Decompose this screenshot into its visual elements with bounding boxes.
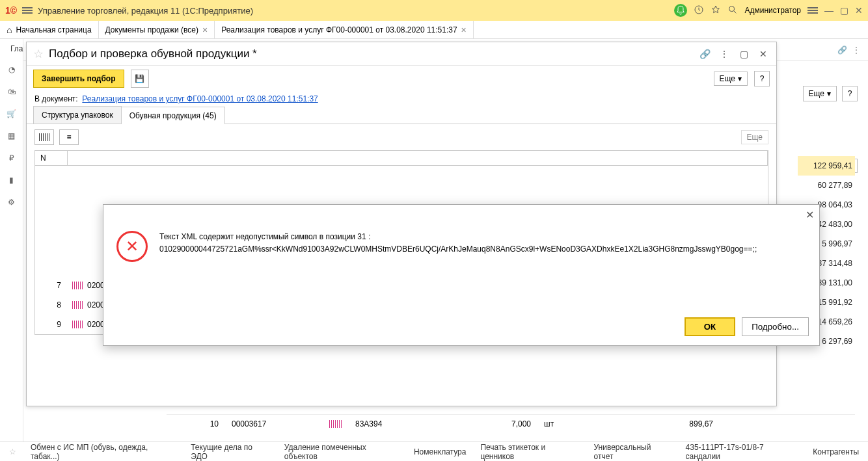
close-icon[interactable]: × (461, 25, 467, 35)
window-title: Подбор и проверка обувной продукции * (49, 47, 693, 60)
cell-price: 899,67 (576, 419, 720, 428)
barcode-button[interactable] (34, 129, 54, 145)
footer-link[interactable]: Номенклатура (414, 447, 467, 456)
maximize-icon[interactable]: ▢ (737, 47, 750, 60)
col-n[interactable]: N (35, 151, 68, 165)
amount-cell: 60 277,89 (798, 176, 855, 195)
doc-link[interactable]: Реализация товаров и услуг ФГ00-000001 о… (82, 94, 318, 103)
barcode-icon (68, 321, 87, 328)
minimize-icon[interactable]: — (824, 5, 834, 16)
tab-row: ⌂ Начальная страница Документы продажи (… (0, 21, 868, 39)
ok-button[interactable]: ОК (685, 317, 736, 336)
footer-link[interactable]: Универсальный отчет (594, 443, 671, 461)
history-icon[interactable] (694, 5, 704, 17)
details-button[interactable]: Подробно... (742, 317, 809, 336)
footer-link[interactable]: Текущие дела по ЭДО (191, 443, 270, 461)
favorite-icon[interactable]: ☆ (33, 47, 44, 61)
app-title: Управление торговлей, редакция 11 (1С:Пр… (38, 6, 669, 16)
search-icon[interactable] (727, 5, 738, 17)
maximize-icon[interactable]: ▢ (840, 5, 848, 16)
cell-unit: шт (537, 419, 576, 428)
chevron-down-icon: ▾ (738, 74, 742, 83)
home-icon: ⌂ (7, 25, 12, 35)
link-icon[interactable]: 🔗 (698, 47, 711, 60)
grid-header: N (34, 150, 768, 166)
bars-icon[interactable]: ▮ (6, 174, 18, 186)
footer-links: ☆ Обмен с ИС МП (обувь, одежда, табак...… (0, 441, 868, 461)
cart-icon[interactable]: 🛒 (6, 108, 18, 120)
barcode-icon (68, 301, 87, 309)
subtab-shoes[interactable]: Обувная продукция (45) (121, 107, 225, 124)
more-button-inner[interactable]: Еще ▾ (714, 72, 748, 86)
doc-label: В документ: (34, 94, 78, 103)
help-button-inner[interactable]: ? (754, 71, 770, 86)
tab-label: Реализация товаров и услуг ФГ00-000001 о… (221, 25, 457, 34)
cell-n: 9 (35, 320, 68, 329)
col-rest (68, 151, 768, 165)
footer-link[interactable]: 435-111РТ-17s-01/8-7 сандалии (686, 443, 799, 461)
subtab-packing[interactable]: Структура упаковок (33, 106, 122, 124)
svg-point-1 (729, 6, 735, 11)
footer-link[interactable]: Контрагенты (813, 447, 859, 456)
settings-icon[interactable] (807, 6, 818, 15)
footer-link[interactable]: Удаление помеченных объектов (284, 443, 400, 461)
more-icon[interactable]: ⋮ (718, 47, 731, 60)
close-icon[interactable]: × (202, 25, 208, 35)
user-label[interactable]: Администратор (744, 6, 801, 15)
error-icon: ✕ (116, 231, 148, 262)
list-button[interactable]: ≡ (59, 129, 79, 145)
amount-cell: 122 959,41 (798, 156, 855, 176)
tab-label: Документы продажи (все) (105, 25, 198, 34)
tab-realization[interactable]: Реализация товаров и услуг ФГ00-000001 о… (215, 21, 474, 38)
link-icon[interactable]: 🔗 (837, 46, 847, 55)
error-line2: 010290000044725721aGM%ssr<KkWNd91003A92w… (159, 243, 757, 256)
footer-link[interactable]: Печать этикеток и ценников (480, 443, 579, 461)
footer-link[interactable]: Обмен с ИС МП (обувь, одежда, табак...) (31, 443, 176, 461)
help-button[interactable]: ? (842, 86, 858, 101)
error-text: Текст XML содержит недопустимый символ в… (159, 231, 757, 262)
chart-icon[interactable]: ◔ (6, 64, 18, 75)
more-icon[interactable]: ⋮ (852, 46, 860, 55)
cell-art: 83A394 (342, 419, 459, 428)
cell-n: 10 (167, 419, 225, 428)
logo-1c: 1© (5, 5, 17, 16)
bell-icon[interactable] (674, 4, 687, 17)
gear-icon[interactable]: ⚙ (6, 196, 18, 208)
close-icon[interactable]: ✕ (855, 5, 863, 16)
warehouse-icon[interactable]: ▦ (6, 130, 18, 142)
error-dialog: ✕ ✕ Текст XML содержит недопустимый симв… (103, 204, 820, 346)
ruble-icon[interactable]: ₽ (6, 152, 18, 164)
sidebar: Главное ◔ 🛍 🛒 ▦ ₽ ▮ ⚙ (0, 39, 23, 441)
more-button[interactable]: Еще ▾ (803, 86, 837, 101)
star-icon[interactable] (711, 5, 721, 17)
tab-label: Начальная страница (16, 25, 91, 34)
finish-picking-button[interactable]: Завершить подбор (33, 70, 124, 88)
close-icon[interactable]: ✕ (806, 209, 814, 221)
tab-home[interactable]: ⌂ Начальная страница (0, 21, 99, 38)
cell-qty: 7,000 (459, 419, 537, 428)
error-line1: Текст XML содержит недопустимый символ в… (159, 231, 757, 243)
close-icon[interactable]: ✕ (757, 47, 770, 60)
more-button-grid[interactable]: Еще (741, 130, 768, 144)
cell-code: 00003617 (225, 419, 329, 428)
barcode-icon (68, 282, 87, 289)
titlebar: 1© Управление торговлей, редакция 11 (1С… (0, 0, 868, 21)
sidebar-item-main[interactable]: Главное (0, 44, 23, 53)
save-button[interactable]: 💾 (131, 70, 149, 88)
cell-n: 7 (35, 281, 68, 290)
tab-sales-docs[interactable]: Документы продажи (все) × (99, 21, 215, 38)
background-grid-row: 10 00003617 83A394 7,000 шт 899,67 (167, 414, 855, 432)
menu-icon[interactable] (22, 6, 33, 15)
cell-n: 8 (35, 300, 68, 310)
bag-icon[interactable]: 🛍 (6, 86, 18, 98)
barcode-icon (329, 420, 342, 428)
star-icon[interactable]: ☆ (9, 447, 16, 456)
chevron-down-icon: ▾ (827, 89, 831, 98)
